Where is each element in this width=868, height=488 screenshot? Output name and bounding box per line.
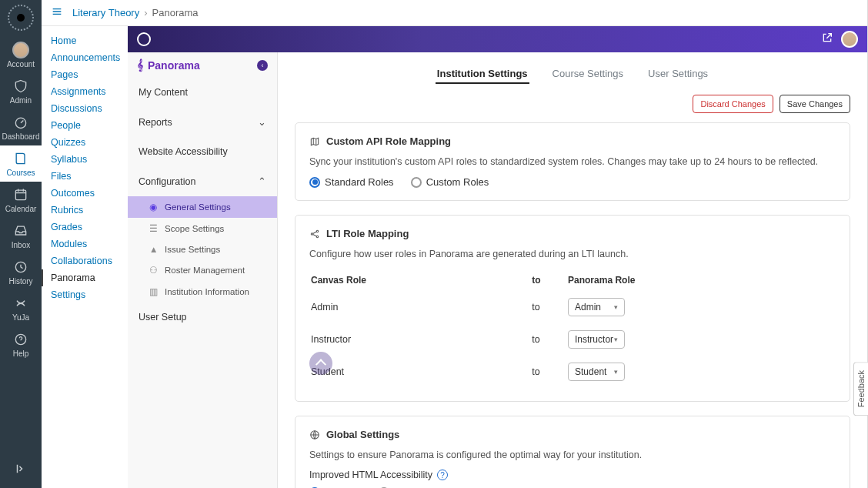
course-nav-files[interactable]: Files — [42, 168, 128, 185]
building-icon: ▥ — [149, 286, 159, 297]
svg-rect-2 — [15, 190, 25, 199]
share-icon — [309, 229, 320, 239]
card-desc: Configure how user roles in Panorama are… — [309, 249, 836, 259]
nav-courses[interactable]: Courses — [0, 145, 42, 182]
open-external-icon[interactable] — [821, 32, 833, 47]
pnav-sub-institution[interactable]: ▥Institution Information — [128, 281, 277, 302]
radio-custom-roles[interactable]: Custom Roles — [411, 176, 489, 188]
course-nav-grades[interactable]: Grades — [42, 219, 128, 236]
radio-standard-roles[interactable]: Standard Roles — [309, 176, 394, 188]
nav-help[interactable]: Help — [0, 326, 42, 363]
course-nav-rubrics[interactable]: Rubrics — [42, 202, 128, 219]
course-nav-announcements[interactable]: Announcements — [42, 49, 128, 66]
shield-icon — [12, 78, 29, 95]
yuja-icon — [12, 295, 29, 312]
tool-header — [128, 26, 867, 52]
swirl-icon: 𝄞 — [137, 58, 143, 72]
th-to: to — [532, 270, 566, 290]
course-nav: Home Announcements Pages Assignments Dis… — [42, 26, 128, 488]
save-button[interactable]: Save Changes — [780, 95, 850, 113]
course-nav-home[interactable]: Home — [42, 32, 128, 49]
chevron-down-icon: ▾ — [614, 368, 618, 376]
nav-yuja[interactable]: YuJa — [0, 290, 42, 326]
pnav-sub-scope[interactable]: ☰Scope Settings — [128, 218, 277, 239]
chevron-up-icon: ⌃ — [258, 175, 266, 187]
tool-frame: 𝄞Panorama ‹ My Content Reports⌄ Website … — [128, 26, 867, 488]
gauge-icon — [12, 114, 29, 131]
global-nav: Account Admin Dashboard Courses Calendar… — [0, 0, 42, 488]
feedback-tab[interactable]: Feedback — [853, 362, 868, 416]
course-nav-syllabus[interactable]: Syllabus — [42, 151, 128, 168]
card-lti-role-mapping: LTI Role Mapping Configure how user role… — [295, 215, 850, 402]
card-global-settings: Global Settings Settings to ensure Panor… — [295, 416, 850, 488]
course-nav-discussions[interactable]: Discussions — [42, 100, 128, 117]
nav-calendar[interactable]: Calendar — [0, 182, 42, 218]
table-row: Instructor to Instructor▾ — [311, 324, 834, 355]
help-icon[interactable]: ? — [437, 470, 448, 480]
user-avatar-icon[interactable] — [841, 31, 858, 48]
table-row: Admin to Admin▾ — [311, 292, 834, 323]
avatar-icon — [12, 42, 29, 58]
course-nav-quizzes[interactable]: Quizzes — [42, 134, 128, 151]
breadcrumb-current: Panorama — [152, 7, 199, 18]
tab-user[interactable]: User Settings — [646, 65, 709, 84]
svg-point-7 — [316, 236, 318, 237]
gear-icon: ◉ — [149, 202, 159, 212]
select-panorama-role[interactable]: Admin▾ — [568, 298, 625, 316]
chevron-down-icon: ▾ — [614, 303, 618, 311]
svg-point-5 — [311, 232, 312, 234]
pnav-my-content[interactable]: My Content — [128, 78, 277, 107]
course-nav-pages[interactable]: Pages — [42, 66, 128, 83]
th-canvas-role: Canvas Role — [311, 270, 530, 290]
svg-point-0 — [17, 14, 25, 22]
nav-dashboard[interactable]: Dashboard — [0, 109, 42, 145]
pnav-reports[interactable]: Reports⌄ — [128, 107, 277, 137]
chevron-right-icon: › — [144, 7, 147, 18]
collapse-sidebar-icon[interactable]: ‹ — [257, 60, 268, 71]
sliders-icon: ☰ — [149, 223, 159, 234]
map-icon — [309, 136, 320, 147]
chevron-down-icon: ▾ — [614, 336, 618, 343]
pnav-accessibility[interactable]: Website Accessibility — [128, 137, 277, 166]
nav-account[interactable]: Account — [0, 37, 42, 73]
course-nav-panorama[interactable]: Panorama — [42, 269, 128, 286]
course-nav-settings[interactable]: Settings — [42, 286, 128, 303]
canvas-logo-icon[interactable] — [8, 5, 34, 31]
course-nav-collaborations[interactable]: Collaborations — [42, 252, 128, 269]
course-nav-people[interactable]: People — [42, 117, 128, 134]
pnav-configuration[interactable]: Configuration⌃ — [128, 166, 277, 196]
course-nav-assignments[interactable]: Assignments — [42, 83, 128, 100]
help-icon — [12, 331, 29, 348]
nav-inbox[interactable]: Inbox — [0, 218, 42, 254]
pnav-user-setup[interactable]: User Setup — [128, 302, 277, 332]
hamburger-icon[interactable] — [51, 5, 63, 20]
settings-content: Institution Settings Course Settings Use… — [278, 52, 867, 488]
nav-admin[interactable]: Admin — [0, 73, 42, 109]
tab-course[interactable]: Course Settings — [551, 65, 626, 84]
breadcrumb-root[interactable]: Literary Theory — [72, 7, 139, 18]
select-panorama-role[interactable]: Student▾ — [568, 363, 625, 381]
tab-institution[interactable]: Institution Settings — [436, 65, 529, 84]
collapse-nav-icon[interactable] — [14, 462, 28, 479]
panorama-word: 𝄞Panorama — [137, 58, 200, 72]
calendar-icon — [12, 186, 29, 203]
course-nav-outcomes[interactable]: Outcomes — [42, 185, 128, 202]
role-table: Canvas Role to Panorama Role Admin to Ad… — [309, 269, 836, 389]
card-desc: Sync your institution's custom API roles… — [309, 156, 836, 167]
panorama-logo-icon — [137, 32, 151, 46]
radio-dot-icon — [411, 177, 422, 188]
setting-html-access: Improved HTML Accessibility? — [309, 470, 836, 480]
table-row: Student to Student▾ — [311, 356, 834, 387]
pnav-sub-issue[interactable]: ▲Issue Settings — [128, 239, 277, 259]
discard-button[interactable]: Discard Changes — [693, 95, 773, 113]
th-panorama-role: Panorama Role — [568, 270, 834, 290]
nav-history[interactable]: History — [0, 254, 42, 290]
course-nav-modules[interactable]: Modules — [42, 236, 128, 252]
select-panorama-role[interactable]: Instructor▾ — [568, 330, 625, 349]
globe-icon — [309, 430, 320, 440]
pnav-sub-general[interactable]: ◉General Settings — [128, 196, 277, 218]
pnav-sub-roster[interactable]: ⚇Roster Management — [128, 259, 277, 281]
breadcrumb: Literary Theory › Panorama — [42, 0, 867, 26]
warning-icon: ▲ — [149, 245, 159, 254]
svg-point-1 — [15, 118, 25, 128]
